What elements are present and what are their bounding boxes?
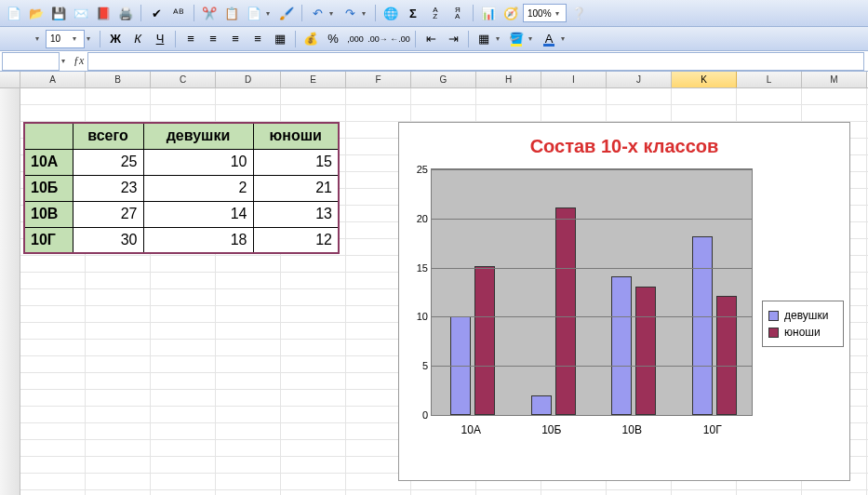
fill-color-button[interactable]: 🪣 bbox=[506, 29, 527, 49]
row-label[interactable]: 10Б bbox=[24, 175, 73, 201]
copy-button[interactable]: 📋 bbox=[221, 3, 242, 23]
bar-девушки[interactable] bbox=[531, 395, 552, 415]
sort-asc-button[interactable]: AZ bbox=[425, 3, 446, 23]
mail-button[interactable]: ✉️ bbox=[71, 3, 91, 23]
row-label[interactable]: 10В bbox=[24, 201, 73, 227]
align-center-button[interactable]: ≡ bbox=[203, 29, 223, 49]
column-header-M[interactable]: M bbox=[802, 72, 867, 87]
format-paint-button[interactable]: 🖌️ bbox=[276, 3, 297, 23]
sort-desc-button[interactable]: ЯA bbox=[447, 3, 468, 23]
column-header-F[interactable]: F bbox=[346, 72, 411, 87]
cell[interactable]: 27 bbox=[73, 201, 143, 227]
bar-девушки[interactable] bbox=[611, 276, 632, 415]
align-justify-button[interactable]: ≡ bbox=[247, 29, 268, 49]
navigator-button[interactable]: 🧭 bbox=[501, 3, 521, 23]
bold-button[interactable]: Ж bbox=[105, 29, 126, 49]
table-header[interactable]: девушки bbox=[143, 123, 253, 149]
font-size-combo[interactable]: 10▾ bbox=[46, 30, 85, 48]
increase-indent-button[interactable]: ⇥ bbox=[443, 29, 463, 49]
font-color-dropdown[interactable]: ▾ bbox=[561, 34, 569, 43]
row-label[interactable]: 10А bbox=[24, 149, 73, 175]
number-format-button[interactable]: ,000 bbox=[345, 29, 366, 49]
bar-девушки[interactable] bbox=[692, 236, 713, 415]
hyperlink-button[interactable]: 🌐 bbox=[381, 3, 401, 23]
column-header-D[interactable]: D bbox=[216, 72, 281, 87]
column-header-I[interactable]: I bbox=[541, 72, 607, 87]
cut-button[interactable]: ✂️ bbox=[199, 3, 220, 23]
cell[interactable]: 21 bbox=[253, 175, 339, 201]
cell[interactable]: 18 bbox=[143, 227, 253, 253]
undo-button[interactable]: ↶ bbox=[307, 3, 327, 23]
sheet-grid[interactable]: всегодевушкиюноши 10А25101510Б2322110В27… bbox=[0, 88, 868, 495]
table-header[interactable]: юноши bbox=[253, 123, 339, 149]
export-pdf-button[interactable]: 📕 bbox=[93, 3, 114, 23]
name-box-dropdown[interactable]: ▾ bbox=[61, 57, 70, 65]
column-header-L[interactable]: L bbox=[737, 72, 802, 87]
help-button[interactable]: ❔ bbox=[568, 3, 589, 23]
name-box[interactable] bbox=[2, 52, 60, 71]
paste-button[interactable]: 📄 bbox=[244, 3, 264, 23]
chart-legend[interactable]: девушки юноши bbox=[762, 301, 844, 347]
print-button[interactable]: 🖨️ bbox=[115, 3, 136, 23]
select-all-corner[interactable] bbox=[0, 72, 20, 87]
chart-button[interactable]: 📊 bbox=[478, 3, 499, 23]
currency-button[interactable]: 💰 bbox=[300, 29, 321, 49]
table-row[interactable]: 10А251015 bbox=[24, 149, 339, 175]
autosum-button[interactable]: Σ bbox=[403, 3, 423, 23]
column-header-H[interactable]: H bbox=[476, 72, 541, 87]
table-header[interactable] bbox=[24, 123, 73, 149]
zoom-combo[interactable]: 100%▾ bbox=[523, 4, 567, 22]
cell[interactable]: 23 bbox=[73, 175, 143, 201]
italic-button[interactable]: К bbox=[127, 29, 148, 49]
cell[interactable]: 13 bbox=[253, 201, 339, 227]
bar-юноши[interactable] bbox=[555, 207, 576, 415]
column-header-B[interactable]: B bbox=[86, 72, 151, 87]
font-name-dropdown[interactable]: ▾ bbox=[35, 34, 44, 43]
redo-dropdown[interactable]: ▾ bbox=[362, 9, 370, 18]
align-left-button[interactable]: ≡ bbox=[180, 29, 201, 49]
legend-item-girls[interactable]: девушки bbox=[768, 307, 837, 324]
column-header-E[interactable]: E bbox=[281, 72, 346, 87]
bar-юноши[interactable] bbox=[635, 287, 656, 415]
fill-color-dropdown[interactable]: ▾ bbox=[528, 34, 537, 43]
undo-dropdown[interactable]: ▾ bbox=[329, 9, 338, 18]
chart-plot-area[interactable]: 0510152025 bbox=[431, 168, 753, 416]
align-right-button[interactable]: ≡ bbox=[225, 29, 246, 49]
table-row[interactable]: 10Г301812 bbox=[24, 227, 339, 253]
formula-input[interactable] bbox=[87, 52, 864, 71]
open-button[interactable]: 📂 bbox=[26, 3, 47, 23]
cell[interactable]: 15 bbox=[253, 149, 339, 175]
redo-button[interactable]: ↷ bbox=[340, 3, 360, 23]
borders-dropdown[interactable]: ▾ bbox=[496, 34, 504, 43]
table-header[interactable]: всего bbox=[73, 123, 143, 149]
percent-button[interactable]: % bbox=[323, 29, 343, 49]
spellcheck-button[interactable]: ✔︎ bbox=[146, 3, 167, 23]
cell[interactable]: 2 bbox=[143, 175, 253, 201]
chart[interactable]: Состав 10-х классов 0510152025 девушки ю… bbox=[398, 122, 850, 481]
row-label[interactable]: 10Г bbox=[24, 227, 73, 253]
underline-button[interactable]: Ч bbox=[150, 29, 170, 49]
cell[interactable]: 30 bbox=[73, 227, 143, 253]
cell[interactable]: 10 bbox=[143, 149, 253, 175]
font-style-dropdown[interactable]: ▾ bbox=[87, 34, 95, 43]
borders-button[interactable]: ▦ bbox=[474, 29, 494, 49]
decrease-indent-button[interactable]: ⇤ bbox=[421, 29, 441, 49]
column-header-J[interactable]: J bbox=[607, 72, 672, 87]
remove-decimal-button[interactable]: ←.00 bbox=[390, 29, 410, 49]
column-header-K[interactable]: K bbox=[672, 72, 737, 87]
font-color-button[interactable]: A bbox=[539, 29, 559, 49]
column-header-G[interactable]: G bbox=[411, 72, 476, 87]
merge-cells-button[interactable]: ▦ bbox=[270, 29, 290, 49]
data-table[interactable]: всегодевушкиюноши 10А25101510Б2322110В27… bbox=[23, 122, 340, 254]
bar-юноши[interactable] bbox=[474, 266, 495, 415]
table-row[interactable]: 10Б23221 bbox=[24, 175, 339, 201]
column-header-A[interactable]: A bbox=[20, 72, 86, 87]
row-headers[interactable] bbox=[0, 88, 20, 495]
cell[interactable]: 14 bbox=[143, 201, 253, 227]
cell[interactable]: 25 bbox=[73, 149, 143, 175]
paste-dropdown[interactable]: ▾ bbox=[266, 9, 274, 18]
bar-юноши[interactable] bbox=[716, 296, 737, 415]
column-header-C[interactable]: C bbox=[151, 72, 216, 87]
add-decimal-button[interactable]: .00→ bbox=[367, 29, 388, 49]
legend-item-boys[interactable]: юноши bbox=[768, 324, 837, 341]
